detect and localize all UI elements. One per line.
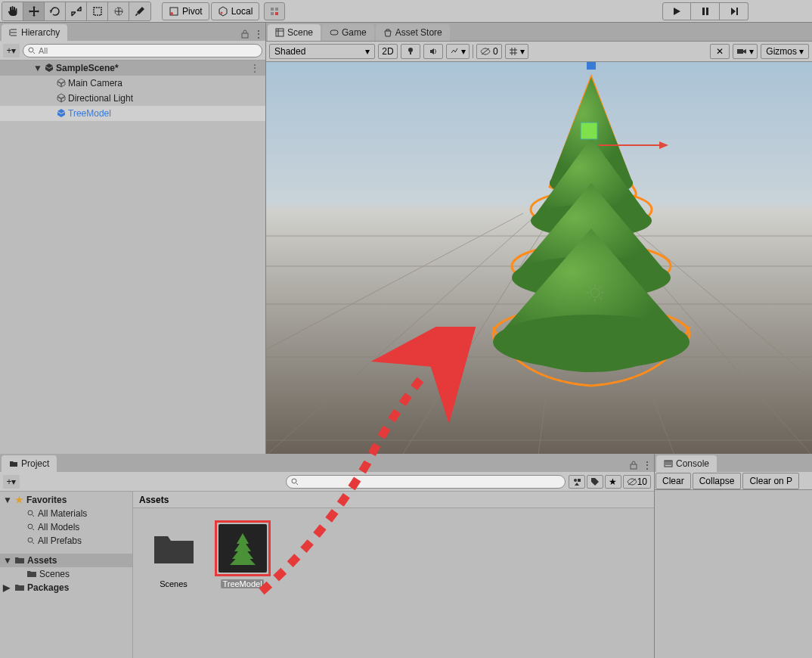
svg-rect-13 xyxy=(242,33,248,38)
gameobject-icon xyxy=(56,78,67,88)
lock-icon[interactable] xyxy=(627,458,640,472)
svg-rect-16 xyxy=(330,30,338,35)
svg-rect-49 xyxy=(631,464,637,469)
breadcrumb[interactable]: Assets xyxy=(133,492,654,508)
unity-icon xyxy=(44,63,54,73)
console-icon xyxy=(664,459,673,468)
save-search[interactable]: ★ xyxy=(605,475,621,489)
console-clear-on-button[interactable]: Clear on P xyxy=(742,473,799,489)
hidden-packages[interactable]: 10 xyxy=(623,475,651,489)
combo-tool[interactable] xyxy=(108,2,129,20)
filter-by-type[interactable] xyxy=(569,475,585,489)
rotate-tool[interactable] xyxy=(45,2,66,20)
hierarchy-item[interactable]: Main Camera xyxy=(0,76,265,91)
hierarchy-search[interactable] xyxy=(23,44,262,57)
2d-toggle[interactable]: 2D xyxy=(378,44,398,59)
hand-tool[interactable] xyxy=(2,2,23,20)
eye-off-icon xyxy=(480,48,491,55)
hidden-objects[interactable]: 0 xyxy=(476,44,502,59)
tab-asset-store[interactable]: Asset Store xyxy=(376,24,450,41)
svg-point-4 xyxy=(170,12,173,15)
svg-rect-19 xyxy=(737,49,743,54)
tab-game[interactable]: Game xyxy=(322,24,374,41)
svg-point-14 xyxy=(29,48,33,52)
search-icon xyxy=(28,47,36,54)
tab-project[interactable]: Project xyxy=(2,455,57,472)
tab-scene[interactable]: Scene xyxy=(268,24,321,41)
light-icon xyxy=(406,47,415,56)
project-create-dropdown[interactable]: +▾ xyxy=(3,475,20,489)
grid-icon xyxy=(509,47,518,56)
tab-menu-icon[interactable]: ⋮ xyxy=(640,458,654,472)
hierarchy-item-selected[interactable]: TreeModel xyxy=(0,106,265,121)
tab-hierarchy[interactable]: Hierarchy xyxy=(2,24,67,41)
pivot-button[interactable]: Pivot xyxy=(162,2,209,20)
console-clear-button[interactable]: Clear xyxy=(655,473,691,489)
lock-icon[interactable] xyxy=(238,27,252,41)
tab-store-label: Asset Store xyxy=(395,27,442,38)
audio-toggle[interactable] xyxy=(423,44,443,59)
hierarchy-search-input[interactable] xyxy=(39,46,257,55)
play-button[interactable] xyxy=(662,2,691,20)
chevron-down-icon: ▾ xyxy=(365,46,370,57)
local-label: Local xyxy=(231,6,253,17)
create-dropdown[interactable]: +▾ xyxy=(3,44,20,57)
tab-console[interactable]: Console xyxy=(656,455,717,472)
folder-icon xyxy=(15,557,24,564)
console-body xyxy=(655,490,812,658)
shading-mode-dropdown[interactable]: Shaded ▾ xyxy=(269,44,375,59)
folder-item[interactable]: Scenes xyxy=(0,567,132,581)
search-icon xyxy=(27,510,35,517)
custom-tool[interactable] xyxy=(129,2,150,20)
favorite-item[interactable]: All Materials xyxy=(0,507,132,520)
favorite-item[interactable]: All Prefabs xyxy=(0,534,132,548)
camera-settings[interactable]: ▾ xyxy=(733,44,758,59)
rect-tool[interactable] xyxy=(87,2,108,20)
folder-icon xyxy=(9,459,18,468)
lighting-toggle[interactable] xyxy=(401,44,420,59)
folder-icon xyxy=(15,584,24,591)
asset-folder[interactable]: Scenes xyxy=(145,520,202,588)
transform-tools xyxy=(2,2,151,21)
console-title: Console xyxy=(676,458,709,469)
scene-row[interactable]: ▼ SampleScene* ⋮ xyxy=(0,61,265,76)
svg-rect-15 xyxy=(276,29,284,36)
scene-viewport[interactable] xyxy=(266,62,812,454)
console-collapse-button[interactable]: Collapse xyxy=(693,473,742,489)
move-tool[interactable] xyxy=(23,2,45,20)
asset-label: TreeModel xyxy=(221,579,263,588)
gameobject-icon xyxy=(56,93,67,104)
svg-point-55 xyxy=(28,538,33,542)
tab-game-label: Game xyxy=(342,27,367,38)
grid-toggle[interactable]: ▾ xyxy=(505,44,528,59)
store-icon xyxy=(383,28,392,37)
scene-menu-icon[interactable]: ⋮ xyxy=(250,63,259,73)
asset-tree-model[interactable]: TreeModel xyxy=(214,520,271,588)
project-search-input[interactable] xyxy=(302,477,560,486)
snap-button[interactable] xyxy=(264,2,285,20)
pivot-icon xyxy=(169,6,179,17)
tools-toggle[interactable]: ✕ xyxy=(710,44,730,59)
step-button[interactable] xyxy=(720,2,748,20)
svg-rect-6 xyxy=(271,8,274,11)
filter-by-label[interactable] xyxy=(587,475,603,489)
svg-point-17 xyxy=(408,48,413,52)
assets-header[interactable]: ▼Assets xyxy=(0,554,132,567)
hierarchy-item[interactable]: Directional Light xyxy=(0,91,265,106)
packages-header[interactable]: ▶Packages xyxy=(0,581,132,594)
pause-button[interactable] xyxy=(691,2,720,20)
project-search[interactable] xyxy=(286,475,566,489)
local-button[interactable]: Local xyxy=(211,2,260,20)
favorites-header[interactable]: ▼★Favorites xyxy=(0,493,132,507)
expand-arrow-icon[interactable]: ▼ xyxy=(33,63,42,73)
fx-toggle[interactable]: ▾ xyxy=(446,44,470,59)
game-icon xyxy=(330,28,339,37)
svg-rect-18 xyxy=(410,52,411,54)
gizmos-dropdown[interactable]: Gizmos ▾ xyxy=(761,44,809,59)
svg-rect-7 xyxy=(275,8,278,11)
favorite-item[interactable]: All Models xyxy=(0,520,132,534)
scale-tool[interactable] xyxy=(66,2,87,20)
tab-menu-icon[interactable]: ⋮ xyxy=(252,27,265,41)
pivot-label: Pivot xyxy=(182,6,203,17)
fx-icon xyxy=(450,47,459,56)
